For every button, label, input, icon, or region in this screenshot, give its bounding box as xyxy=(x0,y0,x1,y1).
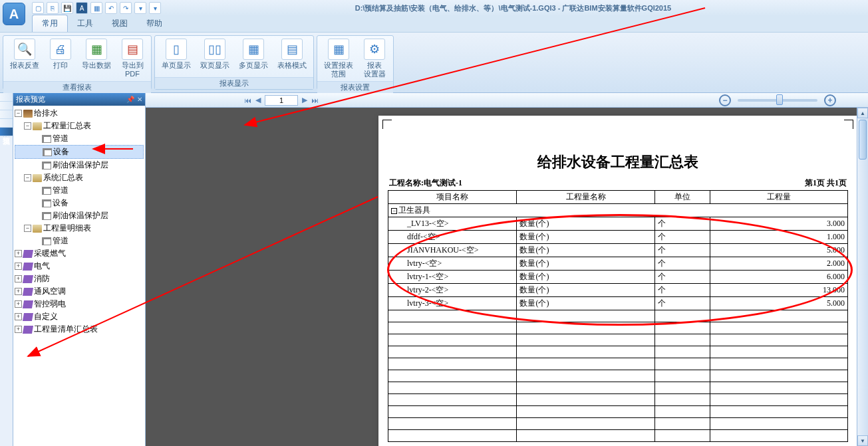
scroll-down-icon[interactable]: ▼ xyxy=(857,435,868,446)
tree-node[interactable]: 刷油保温保护层 xyxy=(15,159,144,171)
table-row: lvtry-1-<空>数量(个)个6.000 xyxy=(388,271,848,284)
qat-save-icon[interactable]: 💾 xyxy=(61,2,73,14)
tree-node[interactable]: − 工程量明细表 xyxy=(15,222,144,235)
vtab-project[interactable]: 工程设置 xyxy=(0,93,13,102)
printer-icon: 🖨 xyxy=(50,39,71,60)
ribbon: 🔍报表反查 🖨打印 ▦导出数据 ▤导出到 PDF 查看报表 ▯单页显示 ▯▯双页… xyxy=(0,32,868,93)
btn-multi-page[interactable]: ▦多页显示 xyxy=(235,37,272,76)
table-row: _LV13-<空>数量(个)个3.000 xyxy=(388,217,848,231)
tree-node[interactable]: + 采暖燃气 xyxy=(15,247,144,260)
tree-node[interactable]: − 给排水 xyxy=(15,107,144,120)
zoom-slider[interactable] xyxy=(738,99,817,102)
category-row[interactable]: −卫生器具 xyxy=(388,204,848,217)
vtab-draw[interactable]: 绘图输入 xyxy=(0,102,13,110)
qat-a-icon[interactable]: A xyxy=(76,2,88,14)
qat-redo-icon[interactable]: ↷ xyxy=(120,2,132,14)
btn-print[interactable]: 🖨打印 xyxy=(45,37,76,80)
zoom-in-icon[interactable]: + xyxy=(824,94,836,106)
tab-help[interactable]: 帮助 xyxy=(137,15,172,32)
tree-node[interactable]: + 电气 xyxy=(15,260,144,273)
vtab-apply[interactable]: 集中套用做法 xyxy=(0,119,13,128)
report-tree[interactable]: − 给排水 − 工程量汇总表 管道 设备 刷油保温保护层 − 系统汇总表 管道 … xyxy=(13,106,145,446)
table-row xyxy=(388,358,848,370)
tree-toggle-icon[interactable]: + xyxy=(15,275,22,282)
close-icon[interactable]: ✕ xyxy=(137,96,142,103)
tree-header: 报表预览 📌 ✕ xyxy=(13,93,145,106)
tree-node[interactable]: + 智控弱电 xyxy=(15,298,144,310)
excel-icon: ▦ xyxy=(86,39,107,60)
nav-last-icon[interactable]: ⏭ xyxy=(311,96,319,104)
tree-toggle-icon[interactable]: + xyxy=(15,326,22,333)
grid-icon: ▤ xyxy=(281,39,303,60)
nav-prev-icon[interactable]: ◀ xyxy=(255,96,261,104)
zoom-out-icon[interactable]: − xyxy=(719,94,731,106)
nav-first-icon[interactable]: ⏮ xyxy=(244,96,251,104)
app-logo[interactable]: A xyxy=(3,3,25,25)
tree-node[interactable]: 管道 xyxy=(15,132,144,145)
tree-toggle-icon[interactable]: + xyxy=(15,288,22,295)
vtab-table[interactable]: 表格输入 xyxy=(0,110,13,119)
tree-toggle-icon[interactable]: − xyxy=(24,174,31,181)
ico-purple-icon xyxy=(23,313,33,321)
tree-toggle-icon[interactable]: + xyxy=(15,300,22,308)
ico-page-icon xyxy=(43,148,52,156)
qat-tool-icon[interactable]: ▾ xyxy=(149,2,161,14)
tree-node[interactable]: + 工程量清单汇总表 xyxy=(15,323,144,336)
tree-node[interactable]: + 消防 xyxy=(15,273,144,285)
tree-toggle-icon[interactable]: − xyxy=(24,225,31,232)
tree-node[interactable]: 刷油保温保护层 xyxy=(15,209,144,222)
scroll-thumb[interactable] xyxy=(859,120,867,160)
qat-open-icon[interactable]: ⎘ xyxy=(47,2,59,14)
scroll-up-icon[interactable]: ▲ xyxy=(857,108,868,118)
btn-report-check[interactable]: 🔍报表反查 xyxy=(6,37,43,80)
table-row: dfdf-<空>数量(个)个1.000 xyxy=(388,231,848,244)
tree-toggle-icon[interactable]: + xyxy=(15,313,22,320)
tree-node[interactable]: + 通风空调 xyxy=(15,285,144,298)
tree-node[interactable]: + 自定义 xyxy=(15,310,144,323)
btn-report-designer[interactable]: ⚙报表 设置器 xyxy=(359,37,390,80)
btn-double-page[interactable]: ▯▯双页显示 xyxy=(196,37,233,76)
tree-node[interactable]: − 工程量汇总表 xyxy=(15,120,144,132)
pin-icon[interactable]: 📌 xyxy=(126,96,134,103)
tree-toggle-icon[interactable]: + xyxy=(15,263,22,270)
table-row xyxy=(388,394,848,406)
btn-export-pdf[interactable]: ▤导出到 PDF xyxy=(116,37,148,80)
btn-export-data[interactable]: ▦导出数据 xyxy=(78,37,115,80)
btn-report-range[interactable]: ▦设置报表 范围 xyxy=(320,37,357,80)
zoom-thumb[interactable] xyxy=(776,94,783,105)
vertical-scrollbar[interactable]: ▲ ▼ xyxy=(857,108,868,446)
table-row xyxy=(388,310,848,322)
tree-node[interactable]: 管道 xyxy=(15,235,144,247)
tree-node[interactable]: 设备 xyxy=(15,197,144,209)
tree-toggle-icon[interactable]: − xyxy=(24,122,31,130)
tree-toggle-icon[interactable]: + xyxy=(15,250,22,257)
ico-page-icon xyxy=(42,212,51,220)
range-icon: ▦ xyxy=(328,39,349,60)
qat-undo-icon[interactable]: ↶ xyxy=(105,2,117,14)
btn-single-page[interactable]: ▯单页显示 xyxy=(158,37,195,76)
table-row xyxy=(388,382,848,394)
nav-next-icon[interactable]: ▶ xyxy=(302,96,307,104)
vtab-preview[interactable]: 报表预览 xyxy=(0,128,13,136)
single-page-icon: ▯ xyxy=(166,39,187,60)
qat-chart-icon[interactable]: ▦ xyxy=(90,2,102,14)
tab-common[interactable]: 常用 xyxy=(32,15,68,32)
qat-new-icon[interactable]: ▢ xyxy=(32,2,44,14)
tab-tools[interactable]: 工具 xyxy=(68,15,102,32)
report-table: 项目名称工程量名称单位工程量−卫生器具 _LV13-<空>数量(个)个3.000… xyxy=(388,190,848,442)
col-header: 项目名称 xyxy=(388,191,517,204)
tree-node[interactable]: 设备 xyxy=(15,145,144,159)
table-row xyxy=(388,322,848,334)
ico-purple-icon xyxy=(23,263,33,271)
tree-node[interactable]: 管道 xyxy=(15,184,144,197)
table-row: lvtry-3-<空>数量(个)个5.000 xyxy=(388,297,848,310)
col-header: 单位 xyxy=(654,191,710,204)
canvas[interactable]: 给排水设备工程量汇总表 工程名称:电气测试-1 第1页 共1页 项目名称工程量名… xyxy=(146,108,868,446)
qat-config-icon[interactable]: ▾ xyxy=(134,2,146,14)
ico-purple-icon xyxy=(23,326,33,334)
btn-grid-mode[interactable]: ▤表格模式 xyxy=(273,37,311,76)
page-number-input[interactable] xyxy=(265,95,298,106)
tab-view[interactable]: 视图 xyxy=(102,15,137,32)
tree-node[interactable]: − 系统汇总表 xyxy=(15,171,144,184)
tree-toggle-icon[interactable]: − xyxy=(15,110,22,117)
